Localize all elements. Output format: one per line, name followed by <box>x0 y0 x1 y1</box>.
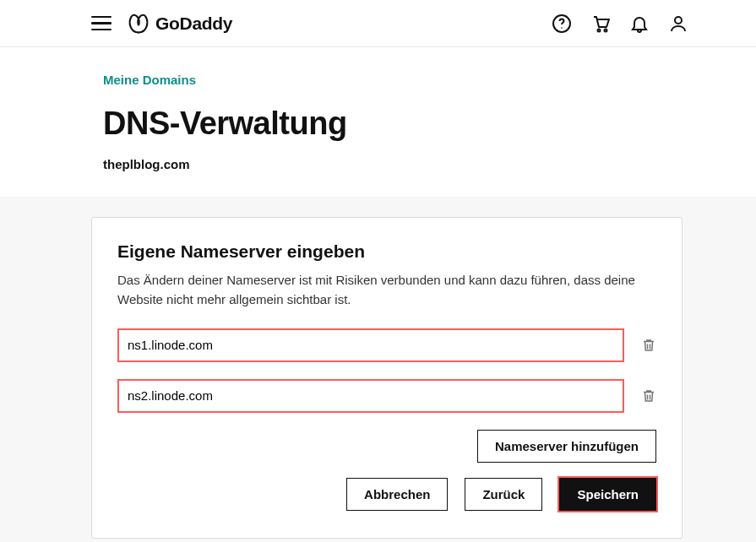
svg-point-3 <box>598 29 601 31</box>
nameserver-row <box>117 328 656 362</box>
domain-name: theplblog.com <box>103 157 756 171</box>
header-right <box>552 14 688 34</box>
page-header-section: Meine Domains DNS-Verwaltung theplblog.c… <box>0 47 756 197</box>
content-area: Eigene Nameserver eingeben Das Ändern de… <box>0 197 756 542</box>
breadcrumb-my-domains[interactable]: Meine Domains <box>103 73 196 87</box>
app-header: GoDaddy <box>0 0 756 47</box>
delete-icon[interactable] <box>641 337 656 354</box>
account-icon[interactable] <box>668 14 688 34</box>
card-description: Das Ändern deiner Nameserver ist mit Ris… <box>117 270 656 310</box>
nameserver-card: Eigene Nameserver eingeben Das Ändern de… <box>91 217 683 539</box>
help-icon[interactable] <box>552 14 572 34</box>
save-button[interactable]: Speichern <box>559 478 656 511</box>
nameserver-input-2[interactable] <box>117 379 624 413</box>
add-nameserver-button[interactable]: Nameserver hinzufügen <box>477 430 656 463</box>
add-nameserver-row: Nameserver hinzufügen <box>117 430 656 463</box>
nameserver-input-1[interactable] <box>117 328 624 362</box>
cancel-button[interactable]: Abbrechen <box>346 478 448 511</box>
brand-logo[interactable]: GoDaddy <box>127 12 232 35</box>
action-buttons: Abbrechen Zurück Speichern <box>117 478 656 511</box>
card-title: Eigene Nameserver eingeben <box>117 241 656 262</box>
svg-point-0 <box>138 23 140 25</box>
svg-point-4 <box>605 29 607 31</box>
brand-name: GoDaddy <box>155 14 232 34</box>
nameserver-row <box>117 379 656 413</box>
svg-point-2 <box>561 27 563 29</box>
cart-icon[interactable] <box>590 14 611 34</box>
delete-icon[interactable] <box>641 388 656 404</box>
menu-icon[interactable] <box>91 16 111 31</box>
godaddy-logo-icon <box>127 12 150 35</box>
header-left: GoDaddy <box>91 12 232 35</box>
svg-point-5 <box>675 17 682 24</box>
notifications-icon[interactable] <box>629 14 650 34</box>
page-title: DNS-Verwaltung <box>103 106 756 142</box>
back-button[interactable]: Zurück <box>465 478 542 511</box>
